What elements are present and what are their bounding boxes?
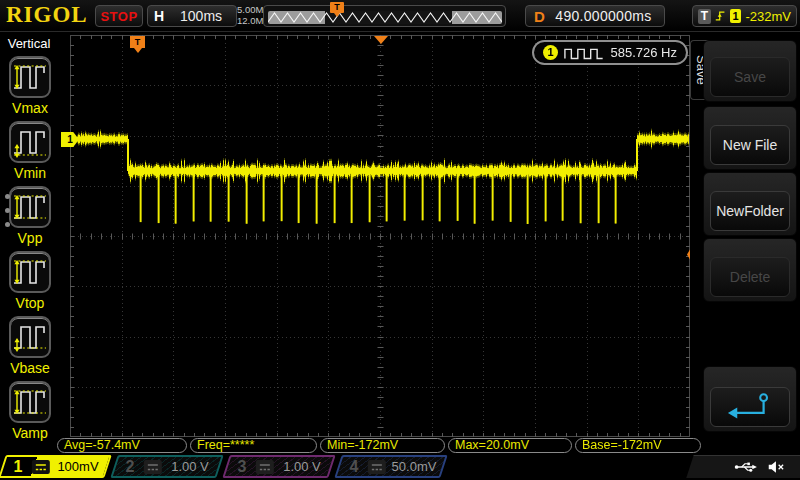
trigger-label: T (698, 9, 711, 24)
vmax-icon (9, 56, 51, 98)
screen-center-marker-icon (374, 36, 388, 44)
measurement-freq: Freq=***** (190, 438, 317, 453)
softkey-menu: Save Save New File NewFolder Delete (690, 32, 800, 480)
menu-item-vbase[interactable]: Vbase (3, 316, 57, 376)
channel-status-bar: 1 100mV 2 1.00 V 3 1. (0, 453, 800, 480)
menu-scroll-indicator (5, 194, 10, 227)
frequency-value: 585.726 Hz (611, 45, 678, 60)
save-button[interactable]: Save (710, 57, 790, 97)
menu-item-vmax[interactable]: Vmax (3, 56, 57, 116)
top-status-bar: RIGOL STOP H 100ms 5.00MSa/s 12.0M pts T… (0, 0, 800, 32)
trigger-position-marker[interactable]: T (130, 36, 145, 48)
counter-channel-badge: 1 (543, 45, 558, 60)
channel-3-badge[interactable]: 3 1.00 V (222, 455, 335, 478)
new-file-button[interactable]: New File (710, 125, 790, 165)
rigol-logo: RIGOL (6, 2, 88, 28)
rising-edge-icon (715, 9, 726, 23)
graticule-area: T 1 T 1 585.726 Hz (70, 35, 690, 437)
measurement-menu: Vertical Vmax Vmin Vpp Vtop Vbase Vamp (0, 32, 58, 452)
menu-item-vmin[interactable]: Vmin (3, 121, 57, 181)
measurement-min: Min=-172mV (320, 438, 445, 453)
preview-waveform-icon (268, 11, 502, 24)
menu-title: Vertical (0, 36, 58, 51)
trigger-source-badge: 1 (730, 9, 742, 23)
delete-button[interactable]: Delete (710, 257, 790, 297)
coupling-icon (34, 461, 48, 473)
timebase-value: 100ms (172, 8, 230, 24)
freq-pulse-icon (564, 46, 605, 60)
vamp-icon (9, 381, 51, 423)
menu-item-vamp[interactable]: Vamp (3, 381, 57, 441)
delay-box[interactable]: D 490.000000ms (525, 5, 665, 27)
vtop-icon (9, 251, 51, 293)
oscilloscope-screen: RIGOL STOP H 100ms 5.00MSa/s 12.0M pts T… (0, 0, 800, 480)
menu-item-vtop[interactable]: Vtop (3, 251, 57, 311)
menu-slot: New File (703, 106, 797, 170)
trigger-box[interactable]: T 1 -232mV (692, 5, 797, 27)
coupling-icon (146, 461, 160, 473)
vmin-icon (9, 121, 51, 163)
measurement-avg: Avg=-57.4mV (57, 438, 187, 453)
horizontal-label: H (154, 8, 164, 24)
delay-value: 490.000000ms (551, 8, 656, 24)
channel-4-badge[interactable]: 4 50.0mV (334, 455, 447, 478)
vbase-icon (9, 316, 51, 358)
back-button[interactable] (710, 387, 790, 427)
channel-2-badge[interactable]: 2 1.00 V (110, 455, 223, 478)
new-folder-button[interactable]: NewFolder (710, 191, 790, 231)
horizontal-timebase-box[interactable]: H 100ms (147, 5, 237, 27)
memory-preview (268, 11, 502, 24)
measurement-max: Max=20.0mV (448, 438, 572, 453)
vpp-icon (9, 186, 51, 228)
coupling-icon (258, 461, 272, 473)
waveform-display (70, 35, 690, 437)
channel-1-badge[interactable]: 1 100mV (0, 455, 112, 478)
status-icons-panel (686, 455, 800, 478)
measurement-base: Base=-172mV (575, 438, 701, 453)
delay-label: D (534, 8, 545, 25)
trigger-position-preview-marker[interactable]: T (330, 2, 344, 13)
menu-slot (703, 366, 797, 432)
back-arrow-icon (722, 390, 778, 424)
menu-item-vpp[interactable]: Vpp (3, 186, 57, 246)
menu-slot: Save (703, 40, 797, 102)
coupling-icon (370, 461, 384, 473)
usb-icon (734, 460, 758, 474)
trigger-level-value: -232mV (745, 9, 791, 24)
speaker-muted-icon (768, 460, 786, 474)
run-state-badge[interactable]: STOP (95, 5, 143, 27)
menu-slot: NewFolder (703, 172, 797, 236)
waveform-preview-bar[interactable]: T (263, 5, 506, 27)
frequency-counter: 1 585.726 Hz (532, 40, 688, 65)
menu-slot: Delete (703, 238, 797, 302)
